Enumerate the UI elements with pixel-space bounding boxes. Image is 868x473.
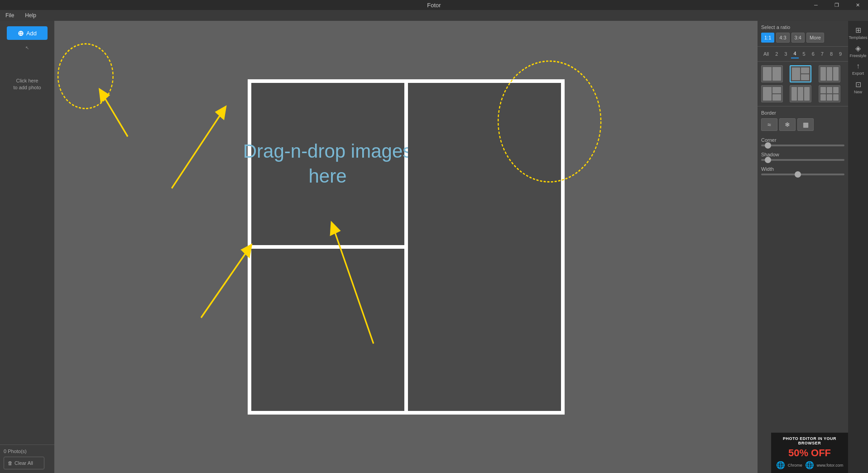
lt-cell <box>820 87 826 93</box>
width-label: Width <box>761 166 844 172</box>
corner-label: Corner <box>761 137 844 143</box>
export-label: Export <box>852 71 864 76</box>
lt-cell <box>820 67 826 81</box>
num-tab-5[interactable]: 5 <box>801 49 808 58</box>
border-style-3[interactable]: ▦ <box>797 118 814 131</box>
layout-thumb-4[interactable] <box>761 85 783 102</box>
collage-cell-bottom-left[interactable] <box>251 249 404 411</box>
templates-icon: ⊞ <box>855 26 861 34</box>
corner-track[interactable] <box>761 145 844 146</box>
ratio-buttons: 1:1 4:3 3:4 More <box>761 33 844 43</box>
svg-point-5 <box>58 44 113 109</box>
photo-count: 0 Photo(s) <box>4 449 51 454</box>
templates-label: Templates <box>849 35 867 40</box>
layout-thumb-3[interactable] <box>819 65 840 82</box>
ad-chrome-row: 🌐 Chrome 🌐 www.fotor.com <box>776 461 844 469</box>
lt-cell <box>763 67 772 81</box>
svg-line-3 <box>201 249 249 318</box>
right-icon-strip: ⊞ Templates ◈ Freestyle ↑ Export ⊡ New <box>848 21 868 473</box>
ratio-more[interactable]: More <box>806 33 824 43</box>
fotor-site-icon: 🌐 <box>805 461 814 469</box>
border-style-1[interactable]: ≈ <box>761 118 777 131</box>
strip-new[interactable]: ⊡ New <box>850 79 866 95</box>
click-hint: Click hereto add photo <box>13 77 41 92</box>
strip-export[interactable]: ↑ Export <box>850 61 866 77</box>
border-section: Border ≈ ❄ ▦ <box>758 106 848 135</box>
ad-banner[interactable]: PHOTO EDITOR IN YOUR BROWSER 50% OFF 🌐 C… <box>771 433 848 473</box>
canvas-area[interactable]: Drag-n-drop imageshere <box>54 21 758 473</box>
num-tab-9[interactable]: 9 <box>837 49 844 58</box>
strip-freestyle[interactable]: ◈ Freestyle <box>850 43 866 59</box>
border-row: ≈ ❄ ▦ <box>761 118 844 131</box>
num-tab-6[interactable]: 6 <box>810 49 817 58</box>
main-layout: ⊕ Add ↖ Click hereto add photo 0 Photo(s… <box>0 21 868 473</box>
restore-button[interactable]: ❐ <box>826 0 847 10</box>
shadow-label: Shadow <box>761 152 844 157</box>
add-button-label: Add <box>26 30 37 37</box>
drag-drop-text-1: Drag-n-drop imageshere <box>243 139 412 188</box>
num-tab-7[interactable]: 7 <box>819 49 826 58</box>
layout-grid <box>758 62 848 106</box>
clear-all-button[interactable]: 🗑 Clear All <box>4 457 44 469</box>
lt-cell <box>804 87 810 101</box>
trash-icon: 🗑 <box>8 460 13 466</box>
collage-cell-right[interactable] <box>408 83 561 411</box>
shadow-thumb[interactable] <box>765 157 771 163</box>
collage-cell-top-left[interactable]: Drag-n-drop imageshere <box>251 83 404 245</box>
menu-help[interactable]: Help <box>23 11 38 19</box>
app-title: Fotor <box>427 2 441 9</box>
chrome-label: Chrome <box>788 463 802 468</box>
lt-cell <box>827 67 832 81</box>
plus-icon: ⊕ <box>18 29 24 38</box>
border-label: Border <box>761 110 844 116</box>
svg-line-1 <box>102 93 128 136</box>
border-style-2[interactable]: ❄ <box>779 118 796 131</box>
num-tab-3[interactable]: 3 <box>782 49 789 58</box>
shadow-section: Shadow <box>758 149 848 164</box>
width-track[interactable] <box>761 174 844 175</box>
corner-section: Corner <box>758 135 848 149</box>
add-button[interactable]: ⊕ Add <box>7 26 48 40</box>
lt-cell <box>763 87 772 101</box>
ratio-3-4[interactable]: 3:4 <box>791 33 805 43</box>
number-tabs: All 2 3 4 5 6 7 8 9 <box>758 47 848 62</box>
shadow-track[interactable] <box>761 159 844 161</box>
fotor-url: www.fotor.com <box>817 463 844 468</box>
strip-templates[interactable]: ⊞ Templates <box>850 24 866 41</box>
lt-cell <box>833 67 839 81</box>
num-tab-2[interactable]: 2 <box>773 49 780 58</box>
new-label: New <box>854 90 862 94</box>
width-thumb[interactable] <box>795 171 801 178</box>
ratio-4-3[interactable]: 4:3 <box>776 33 789 43</box>
lt-cell <box>801 74 809 80</box>
layout-thumb-2[interactable] <box>790 65 811 82</box>
close-button[interactable]: ✕ <box>847 0 868 10</box>
ad-title: PHOTO EDITOR IN YOUR BROWSER <box>775 436 844 445</box>
lt-cell <box>801 68 809 73</box>
svg-line-2 <box>172 111 223 188</box>
lt-cell <box>827 94 832 101</box>
corner-thumb[interactable] <box>765 142 771 149</box>
ratio-section: Select a ratio 1:1 4:3 3:4 More <box>758 21 848 47</box>
window-controls: ─ ❐ ✕ <box>806 0 868 10</box>
num-tab-8[interactable]: 8 <box>828 49 835 58</box>
width-section: Width <box>758 164 848 178</box>
layout-thumb-6[interactable] <box>819 85 840 102</box>
menu-bar: File Help <box>0 10 868 21</box>
layout-thumb-5[interactable] <box>790 85 811 102</box>
num-tab-all[interactable]: All <box>761 49 771 58</box>
collage-canvas: Drag-n-drop imageshere <box>248 79 565 415</box>
right-container: Select a ratio 1:1 4:3 3:4 More All 2 3 … <box>758 21 868 473</box>
new-icon: ⊡ <box>855 80 861 89</box>
menu-file[interactable]: File <box>4 11 16 19</box>
lt-cell <box>791 87 797 101</box>
ratio-1-1[interactable]: 1:1 <box>761 33 774 43</box>
layout-thumb-1[interactable] <box>761 65 783 82</box>
lt-cell <box>833 87 839 93</box>
lt-cell <box>772 94 781 101</box>
minimize-button[interactable]: ─ <box>806 0 826 10</box>
right-panel: Select a ratio 1:1 4:3 3:4 More All 2 3 … <box>758 21 848 473</box>
num-tab-4[interactable]: 4 <box>791 49 798 58</box>
ratio-label: Select a ratio <box>761 24 844 30</box>
lt-cell <box>820 94 826 101</box>
